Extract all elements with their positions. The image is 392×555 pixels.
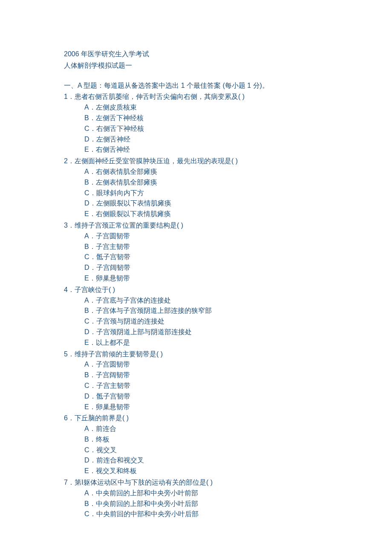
option: D．子宫颈阴道上部与阴道部连接处 — [64, 327, 343, 338]
question-text: 患者右侧舌肌萎缩，伸舌时舌尖偏向右侧，其病变累及( ) — [75, 93, 245, 100]
option-label: C． — [84, 189, 96, 197]
question: 6．下丘脑的前界是( )A．前连合B．终板C．视交叉D．前连合和视交叉E．视交叉… — [64, 413, 343, 477]
option: C．视交叉 — [64, 445, 343, 456]
option-label: D． — [84, 393, 96, 400]
question-stem: 4．子宫峡位于( ) — [64, 285, 343, 295]
option-text: 子宫圆韧带 — [96, 361, 130, 368]
option-label: C． — [84, 253, 96, 260]
option: B．终板 — [64, 434, 343, 445]
option-text: 骶子宫韧带 — [96, 393, 130, 400]
option: D．子宫阔韧带 — [64, 263, 343, 273]
question-stem: 5．维持子宫前倾的主要韧带是( ) — [64, 349, 343, 360]
option-text: 中央前回的上部和中央旁小叶前部 — [96, 489, 198, 497]
option-label: B． — [84, 436, 96, 443]
option: E．以上都不是 — [64, 338, 343, 348]
option-label: A． — [84, 168, 96, 175]
option: B．左侧舌下神经核 — [64, 113, 343, 124]
option-label: B． — [84, 500, 96, 507]
question-number: 1． — [64, 93, 75, 100]
option-label: B． — [84, 179, 96, 186]
question-text: 第Ⅰ躯体运动区中与下肢的运动有关的部位是( ) — [75, 479, 213, 486]
option-label: B． — [84, 243, 96, 250]
option: B．中央前回的上部和中央旁小叶后部 — [64, 499, 343, 509]
option-text: 前连合和视交叉 — [96, 457, 144, 464]
question-number: 2． — [64, 157, 75, 165]
option-label: C． — [84, 510, 96, 517]
option-text: 眼球斜向内下方 — [96, 189, 144, 197]
option-text: 右侧舌下神经核 — [96, 125, 144, 132]
option-label: D． — [84, 457, 96, 464]
option-text: 右侧舌神经 — [96, 146, 130, 153]
question-number: 7． — [64, 479, 75, 486]
option-label: D． — [84, 328, 96, 335]
option: E．右侧舌神经 — [64, 145, 343, 155]
option-text: 骶子宫韧带 — [96, 253, 130, 260]
option-label: B． — [84, 307, 96, 314]
option: A．子宫圆韧带 — [64, 359, 343, 370]
option: D．前连合和视交叉 — [64, 455, 343, 466]
option-label: E． — [84, 210, 96, 217]
option-text: 左侧舌神经 — [96, 136, 130, 143]
option-label: E． — [84, 339, 96, 346]
option: C．中央前回的中部和中央旁小叶后部 — [64, 509, 343, 520]
question-text: 左侧面神经丘受室管膜肿块压迫，最先出现的表现是( ) — [75, 157, 238, 165]
option-label: E． — [84, 275, 96, 282]
option: D．骶子宫韧带 — [64, 391, 343, 402]
option-label: E． — [84, 467, 96, 474]
option-text: 右侧表情肌全部瘫痪 — [96, 168, 157, 175]
option-text: 子宫体与子宫颈阴道上部连接的狭窄部 — [96, 307, 212, 314]
option-label: A． — [84, 425, 96, 432]
option-text: 子宫阔韧带 — [96, 371, 130, 379]
question-stem: 1．患者右侧舌肌萎缩，伸舌时舌尖偏向右侧，其病变累及( ) — [64, 92, 343, 102]
option-text: 子宫主韧带 — [96, 243, 130, 250]
option-label: C． — [84, 318, 96, 325]
option-text: 左侧舌下神经核 — [96, 114, 144, 121]
option-label: B． — [84, 114, 96, 121]
option-text: 卵巢悬韧带 — [96, 275, 130, 282]
option-label: A． — [84, 297, 96, 304]
option-label: D． — [84, 264, 96, 271]
exam-title-line2: 人体解剖学模拟试题一 — [64, 61, 343, 71]
option: C．子宫主韧带 — [64, 381, 343, 391]
option-text: 子宫主韧带 — [96, 382, 130, 389]
option: A．左侧皮质核束 — [64, 102, 343, 113]
option: E．卵巢悬韧带 — [64, 402, 343, 413]
option-text: 子宫颈与阴道的连接处 — [96, 318, 164, 325]
option: D．左侧眼裂以下表情肌瘫痪 — [64, 198, 343, 209]
option: C．右侧舌下神经核 — [64, 124, 343, 134]
option: A．子宫底与子宫体的连接处 — [64, 295, 343, 306]
option-text: 视交叉和终板 — [96, 467, 137, 474]
option-text: 子宫阔韧带 — [96, 264, 130, 271]
question: 3．维持子宫颈正常位置的重要结构是( )A．子宫圆韧带B．子宫主韧带C．骶子宫韧… — [64, 220, 343, 284]
option-text: 子宫底与子宫体的连接处 — [96, 297, 171, 304]
option-label: E． — [84, 146, 96, 153]
question-text: 子宫峡位于( ) — [75, 286, 115, 293]
question-stem: 2．左侧面神经丘受室管膜肿块压迫，最先出现的表现是( ) — [64, 156, 343, 167]
question-number: 6． — [64, 414, 75, 422]
question-text: 维持子宫前倾的主要韧带是( ) — [75, 350, 163, 358]
option: A．中央前回的上部和中央旁小叶前部 — [64, 488, 343, 499]
option-text: 子宫圆韧带 — [96, 232, 130, 240]
option-label: A． — [84, 232, 96, 240]
question: 2．左侧面神经丘受室管膜肿块压迫，最先出现的表现是( )A．右侧表情肌全部瘫痪B… — [64, 156, 343, 220]
question-number: 3． — [64, 222, 75, 229]
option-text: 右侧眼裂以下表情肌瘫痪 — [96, 210, 171, 217]
option-label: D． — [84, 199, 96, 207]
option-label: A． — [84, 104, 96, 111]
option-label: C． — [84, 382, 96, 389]
question-text: 维持子宫颈正常位置的重要结构是( ) — [75, 222, 183, 229]
question: 7．第Ⅰ躯体运动区中与下肢的运动有关的部位是( )A．中央前回的上部和中央旁小叶… — [64, 477, 343, 520]
questions-list: 1．患者右侧舌肌萎缩，伸舌时舌尖偏向右侧，其病变累及( )A．左侧皮质核束B．左… — [64, 92, 343, 520]
question-text: 下丘脑的前界是( ) — [75, 414, 129, 422]
option: B．子宫主韧带 — [64, 242, 343, 252]
exam-title-line1: 2006 年医学研究生入学考试 — [64, 49, 343, 60]
option-text: 卵巢悬韧带 — [96, 403, 130, 410]
option: A．右侧表情肌全部瘫痪 — [64, 167, 343, 177]
option-text: 左侧皮质核束 — [96, 104, 137, 111]
option-text: 子宫颈阴道上部与阴道部连接处 — [96, 328, 192, 335]
option: C．骶子宫韧带 — [64, 252, 343, 263]
option-label: E． — [84, 403, 96, 410]
option: C．眼球斜向内下方 — [64, 188, 343, 199]
option-text: 前连合 — [96, 425, 116, 432]
question: 5．维持子宫前倾的主要韧带是( )A．子宫圆韧带B．子宫阔韧带C．子宫主韧带D．… — [64, 349, 343, 413]
